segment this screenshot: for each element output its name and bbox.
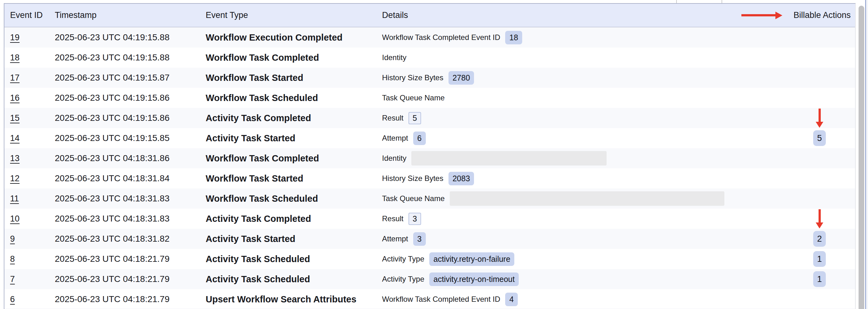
detail-value-badge: activity.retry-on-timeout [429, 273, 519, 286]
event-details: History Size Bytes 2083 [382, 168, 474, 188]
event-id-link[interactable]: 18 [10, 53, 20, 63]
event-timestamp: 2025-06-23 UTC 04:19:15.85 [55, 128, 169, 148]
event-id-link[interactable]: 13 [10, 153, 20, 163]
event-type: Workflow Task Completed [206, 47, 319, 68]
billable-actions-cell [801, 209, 838, 229]
redacted-value-box [450, 191, 724, 206]
event-type: Activity Task Scheduled [206, 269, 310, 289]
billable-actions-cell [801, 148, 838, 168]
event-details: History Size Bytes 2780 [382, 68, 474, 88]
event-details: Activity Type activity.retry-on-failure [382, 249, 514, 269]
table-row[interactable]: 6 2025-06-23 UTC 04:18:21.79 Upsert Work… [4, 289, 855, 309]
event-details: Task Queue Name [382, 188, 724, 209]
detail-label: Identity [382, 154, 406, 163]
event-details: Identity [382, 47, 406, 68]
billable-actions-cell [801, 108, 838, 128]
cropped-top-area [0, 0, 868, 3]
event-id-link[interactable]: 7 [10, 274, 15, 284]
event-id-link[interactable]: 15 [10, 113, 20, 123]
detail-value-badge: 18 [505, 31, 522, 44]
detail-value-badge: activity.retry-on-failure [429, 252, 514, 266]
event-details: Identity [382, 148, 607, 168]
event-details: Result 5 [382, 108, 421, 128]
event-timestamp: 2025-06-23 UTC 04:18:31.83 [55, 209, 169, 229]
table-row[interactable]: 14 2025-06-23 UTC 04:19:15.85 Activity T… [4, 128, 855, 148]
event-type: Workflow Task Started [206, 68, 303, 88]
detail-result-badge: 3 [408, 213, 421, 225]
event-id-link[interactable]: 17 [10, 73, 20, 83]
event-id-link[interactable]: 16 [10, 93, 20, 103]
event-timestamp: 2025-06-23 UTC 04:18:21.79 [55, 269, 169, 289]
event-timestamp: 2025-06-23 UTC 04:18:31.86 [55, 148, 169, 168]
event-type: Activity Task Started [206, 128, 296, 148]
event-type: Upsert Workflow Search Attributes [206, 289, 356, 309]
billable-actions-cell: 5 [801, 128, 838, 148]
table-row[interactable]: 10 2025-06-23 UTC 04:18:31.83 Activity T… [4, 209, 855, 229]
event-rows: 19 2025-06-23 UTC 04:19:15.88 Workflow E… [4, 27, 855, 309]
event-id-link[interactable]: 12 [10, 174, 20, 183]
table-row[interactable]: 11 2025-06-23 UTC 04:18:31.83 Workflow T… [4, 188, 855, 209]
event-id-link[interactable]: 9 [10, 234, 15, 244]
detail-label: Result [382, 214, 403, 223]
event-timestamp: 2025-06-23 UTC 04:18:21.79 [55, 249, 169, 269]
detail-label: Identity [382, 53, 406, 62]
cropped-top-control [676, 0, 722, 3]
detail-value-badge: 2780 [448, 71, 474, 84]
event-id-link[interactable]: 6 [10, 295, 15, 304]
detail-label: Workflow Task Completed Event ID [382, 33, 500, 42]
vertical-scrollbar[interactable] [859, 6, 864, 309]
table-row[interactable]: 17 2025-06-23 UTC 04:19:15.87 Workflow T… [4, 68, 855, 88]
billable-actions-cell: 2 [801, 229, 838, 249]
event-type: Workflow Task Completed [206, 148, 319, 168]
red-arrow-down-icon [816, 209, 823, 229]
table-row[interactable]: 8 2025-06-23 UTC 04:18:21.79 Activity Ta… [4, 249, 855, 269]
detail-label: Workflow Task Completed Event ID [382, 295, 500, 304]
detail-value-badge: 4 [505, 293, 518, 306]
event-type: Workflow Execution Completed [206, 27, 343, 47]
detail-label: Result [382, 113, 403, 123]
detail-label: History Size Bytes [382, 73, 443, 82]
event-type: Workflow Task Started [206, 168, 303, 188]
redacted-value-box [411, 151, 607, 166]
event-details: Result 3 [382, 209, 421, 229]
red-arrow-right-icon [741, 12, 782, 19]
billable-actions-cell [801, 168, 838, 188]
event-id-link[interactable]: 11 [10, 194, 19, 204]
event-id-link[interactable]: 14 [10, 133, 20, 143]
billable-actions-cell [801, 88, 838, 108]
event-id-link[interactable]: 8 [10, 254, 15, 264]
event-id-link[interactable]: 19 [10, 33, 20, 42]
detail-label: Task Queue Name [382, 194, 445, 203]
table-row[interactable]: 18 2025-06-23 UTC 04:19:15.88 Workflow T… [4, 47, 855, 68]
detail-value-badge: 3 [413, 232, 426, 246]
page-edge-background [866, 0, 868, 309]
event-type: Activity Task Started [206, 229, 296, 249]
table-row[interactable]: 16 2025-06-23 UTC 04:19:15.86 Workflow T… [4, 88, 855, 108]
detail-label: Task Queue Name [382, 94, 445, 102]
detail-label: Attempt [382, 134, 408, 142]
table-row[interactable]: 13 2025-06-23 UTC 04:18:31.86 Workflow T… [4, 148, 855, 168]
event-timestamp: 2025-06-23 UTC 04:19:15.88 [55, 27, 169, 47]
table-row[interactable]: 12 2025-06-23 UTC 04:18:31.84 Workflow T… [4, 168, 855, 188]
event-id-link[interactable]: 10 [10, 214, 20, 224]
billable-actions-badge: 5 [813, 130, 826, 146]
table-row[interactable]: 7 2025-06-23 UTC 04:18:21.79 Activity Ta… [4, 269, 855, 289]
billable-actions-badge: 2 [813, 231, 826, 247]
table-row[interactable]: 9 2025-06-23 UTC 04:18:31.82 Activity Ta… [4, 229, 855, 249]
event-type: Workflow Task Scheduled [206, 188, 318, 209]
billable-actions-badge: 1 [813, 271, 826, 287]
column-header-timestamp: Timestamp [55, 4, 97, 27]
event-timestamp: 2025-06-23 UTC 04:18:31.84 [55, 168, 169, 188]
event-timestamp: 2025-06-23 UTC 04:19:15.86 [55, 88, 169, 108]
column-header-event-type: Event Type [206, 4, 248, 27]
event-type: Activity Task Completed [206, 108, 311, 128]
event-details: Task Queue Name [382, 88, 445, 108]
event-history-table: Event ID Timestamp Event Type Details Bi… [4, 3, 856, 309]
column-header-event-id: Event ID [10, 4, 43, 27]
event-history-screen: Event ID Timestamp Event Type Details Bi… [0, 0, 868, 309]
billable-actions-cell: 1 [801, 269, 838, 289]
table-row[interactable]: 15 2025-06-23 UTC 04:19:15.86 Activity T… [4, 108, 855, 128]
event-type: Workflow Task Scheduled [206, 88, 318, 108]
table-row[interactable]: 19 2025-06-23 UTC 04:19:15.88 Workflow E… [4, 27, 855, 47]
billable-actions-badge: 1 [813, 251, 826, 267]
